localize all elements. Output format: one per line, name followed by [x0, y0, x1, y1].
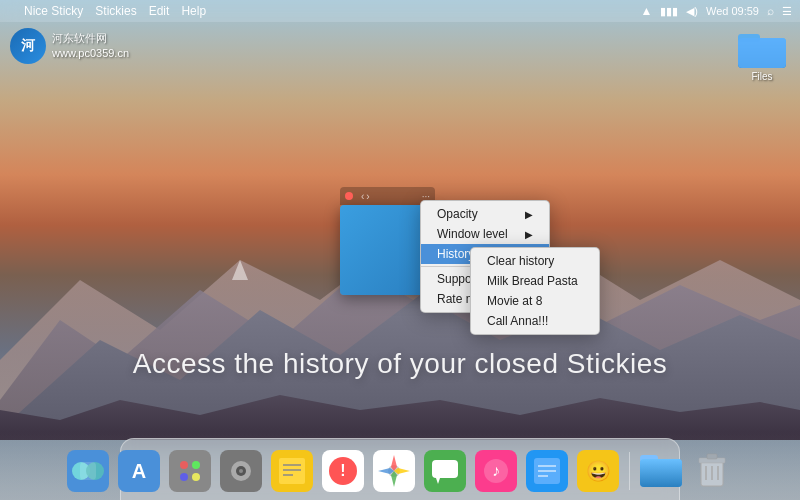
svg-point-20 — [180, 473, 188, 481]
sticky-nav: ‹ › — [361, 191, 370, 202]
watermark-logo: 河 — [10, 28, 46, 64]
reminders-icon: ! — [322, 450, 364, 492]
submenu-milk-bread-pasta[interactable]: Milk Bread Pasta — [471, 271, 599, 291]
app-store-icon: A — [118, 450, 160, 492]
svg-rect-58 — [707, 454, 717, 459]
svg-point-25 — [239, 469, 243, 473]
dock-folder-icon — [640, 450, 682, 492]
stickies-menu[interactable]: Stickies — [95, 4, 136, 18]
battery-icon[interactable]: ▮▮▮ — [660, 5, 678, 18]
files-folder-icon[interactable]: Files — [738, 30, 786, 82]
nav-right-icon[interactable]: › — [366, 191, 369, 202]
dock-yellow-app[interactable]: 😀 — [575, 448, 621, 494]
big-text-overlay: Access the history of your closed Sticki… — [0, 348, 800, 380]
svg-rect-10 — [738, 38, 786, 68]
wifi-icon[interactable]: ▲ — [640, 4, 652, 18]
feature-description: Access the history of your closed Sticki… — [0, 348, 800, 380]
files-label: Files — [751, 71, 772, 82]
dock-finder[interactable] — [65, 448, 111, 494]
svg-point-21 — [192, 473, 200, 481]
menubar-right: ▲ ▮▮▮ ◀) Wed 09:59 ⌕ ☰ — [640, 4, 792, 18]
dock-photos[interactable] — [371, 448, 417, 494]
notes-icon — [271, 450, 313, 492]
submenu-movie-at-8[interactable]: Movie at 8 — [471, 291, 599, 311]
dock-trash[interactable] — [689, 448, 735, 494]
dock-items: A — [55, 448, 745, 494]
svg-rect-27 — [279, 458, 305, 484]
finder-icon — [67, 450, 109, 492]
menubar: Nice Sticky Stickies Edit Help ▲ ▮▮▮ ◀) … — [0, 0, 800, 22]
yellow-app-icon: 😀 — [577, 450, 619, 492]
help-menu[interactable]: Help — [181, 4, 206, 18]
edit-menu[interactable]: Edit — [149, 4, 170, 18]
nice-sticky-icon — [526, 450, 568, 492]
dock-system-preferences[interactable] — [218, 448, 264, 494]
photos-icon — [373, 450, 415, 492]
dock-app-store[interactable]: A — [116, 448, 162, 494]
sticky-area: ‹ › ··· Opacity ▶ Window level ▶ History… — [340, 205, 435, 295]
svg-text:A: A — [132, 460, 146, 482]
folder-svg — [738, 30, 786, 68]
volume-icon[interactable]: ◀) — [686, 5, 698, 18]
svg-rect-55 — [640, 459, 682, 487]
svg-rect-17 — [169, 450, 211, 492]
dock-itunes[interactable]: ♪ — [473, 448, 519, 494]
system-prefs-icon — [220, 450, 262, 492]
watermark-text: 河东软件网 www.pc0359.cn — [52, 31, 129, 62]
dock-reminders[interactable]: ! — [320, 448, 366, 494]
dock-notes[interactable] — [269, 448, 315, 494]
menubar-left: Nice Sticky Stickies Edit Help — [8, 4, 206, 18]
submenu-clear-history[interactable]: Clear history — [471, 251, 599, 271]
trash-icon — [691, 450, 733, 492]
svg-point-19 — [192, 461, 200, 469]
nav-left-icon[interactable]: ‹ — [361, 191, 364, 202]
svg-rect-14 — [80, 462, 96, 480]
context-menu-opacity[interactable]: Opacity ▶ — [421, 204, 549, 224]
dock-launchpad[interactable] — [167, 448, 213, 494]
clock: Wed 09:59 — [706, 5, 759, 17]
dock-nice-sticky[interactable] — [524, 448, 570, 494]
window-level-arrow-icon: ▶ — [525, 229, 533, 240]
dock-folder[interactable] — [638, 448, 684, 494]
svg-text:😀: 😀 — [586, 459, 611, 483]
itunes-icon: ♪ — [475, 450, 517, 492]
dock-messages[interactable] — [422, 448, 468, 494]
sticky-close-button[interactable] — [345, 192, 353, 200]
notification-icon[interactable]: ☰ — [782, 5, 792, 18]
context-menu-window-level[interactable]: Window level ▶ — [421, 224, 549, 244]
dock-separator — [629, 452, 630, 490]
svg-text:♪: ♪ — [492, 462, 500, 479]
app-name-menu[interactable]: Nice Sticky — [24, 4, 83, 18]
history-submenu: Clear history Milk Bread Pasta Movie at … — [470, 247, 600, 335]
submenu-call-anna[interactable]: Call Anna!!! — [471, 311, 599, 331]
svg-point-18 — [180, 461, 188, 469]
svg-text:!: ! — [340, 462, 345, 479]
watermark: 河 河东软件网 www.pc0359.cn — [10, 28, 129, 64]
dock: A — [0, 432, 800, 500]
messages-icon — [424, 450, 466, 492]
opacity-arrow-icon: ▶ — [525, 209, 533, 220]
launchpad-icon — [169, 450, 211, 492]
spotlight-icon[interactable]: ⌕ — [767, 4, 774, 18]
svg-rect-41 — [432, 460, 458, 478]
